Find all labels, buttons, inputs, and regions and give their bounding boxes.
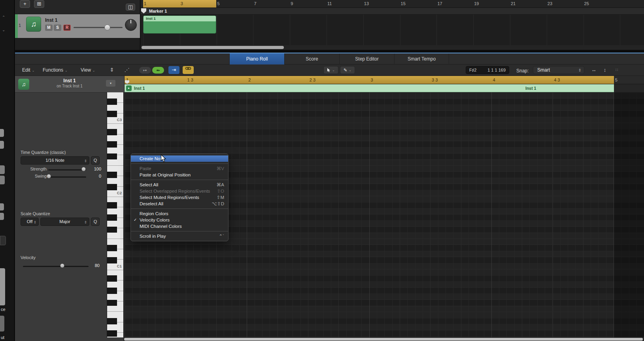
edit-menu[interactable]: Edit⌄: [22, 67, 34, 73]
scale-quantize-mode-dropdown[interactable]: Major ⇕: [40, 218, 89, 226]
tab-score[interactable]: Score: [284, 53, 339, 64]
menu-separator: [131, 180, 228, 180]
record-enable-button[interactable]: R: [63, 25, 71, 31]
region-header-strip[interactable]: ▸ Inst 1 Inst 1: [125, 84, 644, 92]
swing-slider[interactable]: [48, 176, 86, 178]
ruler-tick: 2 3: [310, 78, 315, 82]
volume-slider-thumb[interactable]: [104, 25, 110, 30]
region-name-right: Inst 1: [525, 86, 536, 91]
cycle-region[interactable]: [125, 76, 614, 84]
link-button[interactable]: [183, 66, 194, 74]
scale-quantize-apply-button[interactable]: Q: [91, 218, 100, 226]
track-name[interactable]: Inst 1: [45, 17, 57, 23]
functions-menu[interactable]: Functions⌄: [43, 67, 68, 73]
ruler-tick: 19: [474, 1, 479, 6]
piano-keyboard[interactable]: [107, 92, 124, 337]
time-quantize-apply-button[interactable]: Q: [91, 156, 100, 165]
add-track-button[interactable]: +: [20, 0, 30, 8]
stepper-icon: ⇕: [84, 219, 87, 226]
snap-label: Snap:: [516, 68, 529, 74]
duplicate-track-button[interactable]: ⊞: [34, 0, 44, 8]
ruler-tick: 23: [548, 1, 552, 6]
piano-roll-ruler[interactable]: 11 322 333 344 35: [125, 76, 644, 84]
menu-item-paste-original-position[interactable]: Paste at Original Position: [131, 172, 228, 178]
menu-item-deselect-all[interactable]: Deselect All ⌥⇧D: [131, 201, 228, 207]
region-title: Inst 1: [31, 78, 108, 83]
menu-item-midi-channel-colors[interactable]: MIDI Channel Colors: [131, 223, 228, 229]
scale-quantize-root-dropdown[interactable]: Off ⇕: [21, 218, 39, 226]
cycle-region[interactable]: [143, 0, 216, 8]
swing-label: Swing: [29, 174, 47, 178]
midi-out-icon: ●▸: [157, 68, 160, 72]
toolbar-overflow-button[interactable]: ∷: [613, 66, 621, 74]
strength-slider[interactable]: [48, 169, 86, 170]
auto-zoom-horizontal-button[interactable]: ↔: [589, 66, 599, 74]
menu-item-paste[interactable]: Paste ⌘V: [131, 165, 228, 172]
collapse-mode-button[interactable]: ⇕: [107, 66, 117, 74]
tab-step-editor[interactable]: Step Editor: [339, 53, 394, 64]
key-label-c1: C1: [108, 264, 122, 268]
collapse-icon: ⇕: [110, 67, 114, 73]
midi-out-button[interactable]: ●▸: [152, 67, 164, 74]
velocity-slider[interactable]: [23, 266, 89, 267]
dots-icon: ∷: [616, 68, 618, 72]
arrange-hscrollbar[interactable]: [140, 45, 644, 50]
menu-item-velocity-colors[interactable]: ✓ Velocity Colors: [131, 217, 228, 223]
edge-button-fragment: [0, 203, 4, 210]
piano-roll-hscrollbar[interactable]: [123, 337, 644, 341]
scale-root-value: Off: [27, 219, 32, 224]
track-header[interactable]: 1 ♫ Inst 1 M S R: [15, 14, 140, 38]
arrange-grid[interactable]: Inst 1: [140, 15, 644, 45]
menu-item-select-all[interactable]: Select All ⌘A: [131, 182, 228, 188]
ruler-tick: 5: [615, 78, 618, 82]
auto-zoom-vertical-button[interactable]: ↕: [601, 66, 609, 74]
menu-item-create-note[interactable]: Create Note: [131, 155, 228, 162]
scrollbar-thumb[interactable]: [124, 338, 643, 341]
menu-item-scroll-in-play[interactable]: Scroll in Play ⌃`: [131, 233, 228, 239]
region-play-icon[interactable]: ▸: [126, 85, 132, 91]
automation-button[interactable]: ⋰: [122, 66, 132, 74]
track-instrument-icon[interactable]: ♫: [26, 17, 41, 32]
scrollbar-thumb[interactable]: [142, 46, 284, 49]
midi-region[interactable]: Inst 1: [143, 15, 216, 34]
left-click-tool-selector[interactable]: ⌄: [323, 66, 338, 74]
swing-slider-thumb[interactable]: [47, 174, 51, 178]
tab-piano-roll[interactable]: Piano Roll: [229, 53, 284, 64]
time-quantize-dropdown[interactable]: 1/16 Note ⇕: [21, 156, 89, 165]
ruler-tick: 7: [254, 1, 256, 6]
ruler-tick: 15: [401, 1, 406, 6]
velocity-label: Velocity: [21, 255, 36, 260]
track-color-strip: [15, 14, 18, 38]
inspector-view-button[interactable]: ▾: [106, 80, 115, 87]
marker-name[interactable]: Marker 1: [149, 9, 167, 13]
menu-item-label: Deselect All: [140, 201, 163, 207]
edge-button-fragment: [0, 165, 5, 174]
region-subtitle: on Track Inst 1: [31, 84, 108, 88]
command-click-tool-selector[interactable]: ✎ ⌄: [340, 66, 355, 74]
playhead-position-readout: 1 1 1 169: [487, 68, 506, 72]
ruler-tick: 13: [364, 1, 369, 6]
solo-button[interactable]: S: [54, 25, 61, 31]
outside-region-shade: [614, 92, 644, 337]
menu-item-region-colors[interactable]: Region Colors: [131, 210, 228, 217]
strength-slider-thumb[interactable]: [81, 167, 86, 171]
track-header-config-button[interactable]: ◫: [126, 4, 135, 11]
midi-in-button[interactable]: ▸●: [139, 67, 151, 74]
marker-lane[interactable]: Marker 1: [140, 8, 644, 15]
menu-item-select-muted[interactable]: Select Muted Regions/Events ⇧M: [131, 194, 228, 201]
menu-item-select-overlapped[interactable]: Select Overlapped Regions/Events ⇧O: [131, 188, 228, 194]
horizontal-zoom-icon: ↔: [591, 67, 597, 73]
snap-dropdown[interactable]: Smart ⇕: [533, 66, 584, 74]
mute-button[interactable]: M: [45, 25, 53, 31]
menu-item-label: Region Colors: [140, 210, 168, 217]
midi-region-name: Inst 1: [144, 16, 216, 21]
region-header-bar[interactable]: ▸ Inst 1 Inst 1: [125, 84, 614, 92]
volume-slider[interactable]: [74, 27, 123, 28]
ruler-tick: 1: [144, 1, 146, 6]
catch-playhead-button[interactable]: ⇥: [168, 66, 179, 74]
arrange-ruler[interactable]: 135791113151719212325: [140, 0, 644, 8]
tab-smart-tempo[interactable]: Smart Tempo: [394, 53, 449, 64]
marker-flag-icon[interactable]: [141, 8, 146, 13]
velocity-slider-thumb[interactable]: [60, 263, 64, 268]
view-menu[interactable]: View⌄: [81, 67, 95, 73]
